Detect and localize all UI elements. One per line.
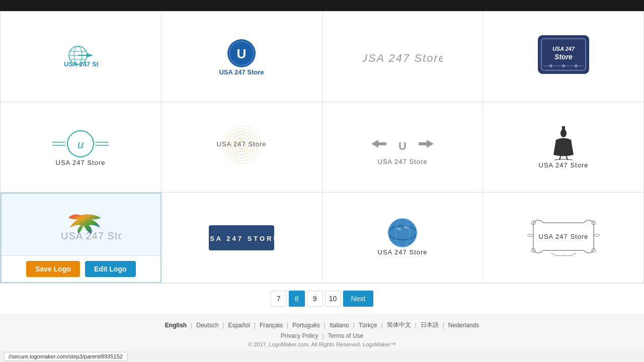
svg-point-16 (549, 64, 552, 67)
top-bar (0, 0, 644, 11)
logo-cell-12[interactable]: USA 247 Store (483, 193, 644, 283)
privacy-policy-link[interactable]: Privacy Policy (281, 332, 318, 339)
lang-turkce[interactable]: Türkçe (355, 322, 381, 329)
svg-point-17 (562, 64, 565, 67)
svg-text:USA 247 Store: USA 247 Store (377, 248, 427, 256)
status-url: //secure.logomaker.com/step3/parent/8935… (4, 352, 127, 361)
footer-links: Privacy Policy | Terms of Use (0, 332, 644, 339)
lang-italiano[interactable]: Italiano (326, 322, 353, 329)
page-9[interactable]: 9 (307, 291, 323, 307)
footer-copyright: © 2017, LogoMaker.com. All Rights Reserv… (0, 341, 644, 347)
pagination: 7 8 9 10 Next (0, 283, 644, 314)
next-page-button[interactable]: Next (343, 291, 374, 307)
svg-text:USA 247 Store: USA 247 Store (377, 158, 427, 165)
svg-rect-42 (562, 126, 565, 133)
svg-marker-38 (419, 140, 434, 148)
lang-portugues[interactable]: Português (288, 322, 324, 329)
svg-text:Store: Store (554, 53, 573, 61)
lang-deutsch[interactable]: Deutsch (192, 322, 222, 329)
lang-nederlands[interactable]: Nederlands (444, 322, 483, 329)
page-7[interactable]: 7 (271, 291, 287, 307)
logo-cell-1[interactable]: USA 247 Store (1, 12, 162, 102)
svg-text:u: u (77, 138, 84, 151)
logo-cell-10[interactable]: USA 247 STORE (162, 193, 323, 283)
logo-grid: USA 247 Store U USA 247 Store USA 247 St… (0, 11, 644, 283)
footer-languages: English | Deutsch | Español | Français |… (0, 321, 644, 329)
page-8[interactable]: 8 (289, 291, 305, 307)
svg-text:USA 247 Store: USA 247 Store (56, 159, 106, 166)
lang-english[interactable]: English (161, 322, 191, 329)
footer: English | Deutsch | Español | Français |… (0, 314, 644, 351)
logo-cell-2[interactable]: U USA 247 Store (162, 12, 323, 102)
edit-logo-button[interactable]: Edit Logo (85, 261, 136, 277)
lang-francais[interactable]: Français (256, 322, 287, 329)
logo-cell-7[interactable]: U USA 247 Store (323, 102, 484, 193)
logo-cell-3[interactable]: USA 247 Store (323, 12, 484, 102)
svg-text:USA 247 Store: USA 247 Store (64, 60, 98, 68)
svg-text:USA 247 Store: USA 247 Store (362, 52, 443, 64)
logo-cell-5[interactable]: u USA 247 Store (1, 102, 162, 193)
main-content: USA 247 Store U USA 247 Store USA 247 St… (0, 11, 644, 351)
logo-cell-8[interactable]: USA 247 Store (483, 102, 644, 193)
terms-of-use-link[interactable]: Terms of Use (328, 332, 364, 339)
lang-chinese[interactable]: 简体中文 (383, 321, 415, 329)
svg-text:USA 247 Store: USA 247 Store (538, 161, 588, 169)
svg-text:USA 247 Store: USA 247 Store (217, 140, 267, 148)
lang-espanol[interactable]: Español (224, 322, 254, 329)
svg-text:USA 247 Store: USA 247 Store (538, 233, 588, 240)
svg-text:USA 247 Store: USA 247 Store (61, 230, 121, 241)
logo-cell-6[interactable]: USA 247 Store (162, 102, 323, 193)
svg-text:USA 247 Store: USA 247 Store (219, 68, 264, 76)
save-logo-button[interactable]: Save Logo (26, 261, 80, 277)
page-10[interactable]: 10 (325, 291, 341, 307)
svg-text:USA 247 STORE: USA 247 STORE (204, 235, 279, 242)
svg-point-18 (575, 64, 578, 67)
svg-marker-37 (371, 140, 386, 148)
logo-cell-11[interactable]: USA 247 Store (323, 193, 484, 283)
footer-link-sep: | (322, 332, 324, 339)
logo-cell-9[interactable]: USA 247 Store Save Logo Edit Logo (1, 193, 162, 283)
lang-japanese[interactable]: 日本語 (417, 321, 443, 329)
svg-text:USA 247: USA 247 (552, 46, 575, 52)
logo-popup: Save Logo Edit Logo (2, 255, 160, 282)
logo-cell-4[interactable]: USA 247 Store (483, 12, 644, 102)
svg-text:U: U (237, 46, 247, 61)
status-bar: //secure.logomaker.com/step3/parent/8935… (0, 351, 644, 362)
svg-text:U: U (398, 140, 407, 152)
